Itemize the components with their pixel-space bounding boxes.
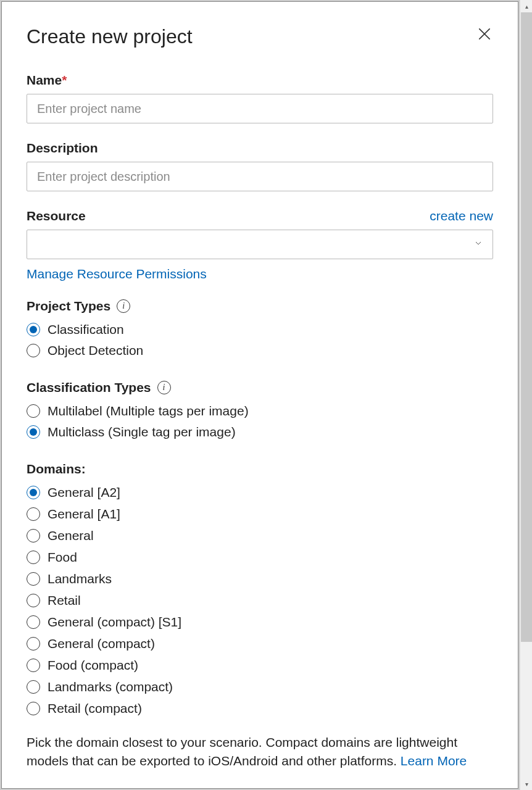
domains-title: Domains: [27,462,86,476]
domain-option-label: General [A1] [48,507,120,522]
domain-option-label: General [48,528,94,543]
classification-types-title: Classification Types [27,380,151,395]
domain-option[interactable]: Retail [27,593,493,608]
classification-type-option-label: Multiclass (Single tag per image) [48,425,236,439]
name-input[interactable] [27,94,493,123]
radio-icon [27,507,40,521]
project-type-option[interactable]: Classification [27,322,493,337]
domain-option[interactable]: General [A2] [27,485,493,500]
radio-icon [27,659,40,672]
domain-option[interactable]: Retail (compact) [27,701,493,716]
domain-option[interactable]: General (compact) [27,636,493,651]
required-star: * [62,73,67,87]
radio-icon [27,323,40,336]
domain-option-label: General [A2] [48,485,120,500]
scrollbar-thumb[interactable] [521,12,532,642]
project-type-option-label: Classification [48,322,124,337]
resource-field-group: Resource create new Manage Resource Perm… [27,209,493,281]
modal-header: Create new project [27,25,493,48]
radio-icon [27,404,40,418]
project-types-header: Project Types i [27,299,493,314]
scrollbar-track[interactable]: ▴ ▾ [520,0,532,790]
domain-option[interactable]: Landmarks [27,572,493,586]
name-label: Name* [27,73,493,88]
description-field-group: Description [27,141,493,191]
domain-option[interactable]: General [A1] [27,507,493,522]
domains-helper-text-body: Pick the domain closest to your scenario… [27,735,457,768]
learn-more-link[interactable]: Learn More [401,754,467,768]
info-icon[interactable]: i [117,299,130,313]
domain-option-label: Food [48,550,77,565]
domains-helper-text: Pick the domain closest to your scenario… [27,733,493,771]
project-type-option[interactable]: Object Detection [27,343,493,358]
name-label-text: Name [27,73,62,87]
close-icon [476,26,493,42]
create-new-resource-link[interactable]: create new [430,209,493,223]
radio-icon [27,486,40,499]
project-types-title: Project Types [27,299,110,314]
radio-icon [27,344,40,357]
resource-select-wrapper [27,230,493,259]
domain-option-label: General (compact) [48,636,155,651]
radio-icon [27,572,40,586]
domain-option[interactable]: Food (compact) [27,658,493,673]
radio-icon [27,637,40,651]
scrollbar-up-arrow-icon[interactable]: ▴ [520,0,532,12]
domains-radio-group: General [A2]General [A1]GeneralFoodLandm… [27,485,493,716]
resource-label: Resource [27,209,86,223]
resource-select[interactable] [27,230,493,259]
classification-type-option-label: Multilabel (Multiple tags per image) [48,404,249,418]
radio-icon [27,615,40,629]
domains-header: Domains: [27,462,493,476]
info-icon[interactable]: i [157,381,171,394]
manage-resource-permissions-link[interactable]: Manage Resource Permissions [27,267,207,281]
classification-types-header: Classification Types i [27,380,493,395]
project-type-option-label: Object Detection [48,343,143,358]
project-types-radio-group: ClassificationObject Detection [27,322,493,358]
description-label: Description [27,141,493,156]
domain-option-label: Food (compact) [48,658,138,673]
scrollbar-down-arrow-icon[interactable]: ▾ [520,778,532,790]
classification-type-option[interactable]: Multiclass (Single tag per image) [27,425,493,439]
radio-icon [27,680,40,694]
modal-title: Create new project [27,25,193,48]
domains-section: Domains: General [A2]General [A1]General… [27,462,493,771]
radio-icon [27,594,40,607]
radio-icon [27,425,40,439]
radio-icon [27,702,40,715]
description-input[interactable] [27,162,493,191]
domain-option-label: Retail [48,593,81,608]
domain-option-label: General (compact) [S1] [48,615,181,630]
classification-types-section: Classification Types i Multilabel (Multi… [27,380,493,439]
domain-option[interactable]: Landmarks (compact) [27,680,493,694]
classification-types-radio-group: Multilabel (Multiple tags per image)Mult… [27,404,493,439]
project-types-section: Project Types i ClassificationObject Det… [27,299,493,358]
domain-option[interactable]: General [27,528,493,543]
radio-icon [27,529,40,543]
domain-option[interactable]: General (compact) [S1] [27,615,493,630]
domain-option-label: Landmarks (compact) [48,680,173,694]
domain-option-label: Landmarks [48,572,112,586]
domain-option-label: Retail (compact) [48,701,142,716]
name-field-group: Name* [27,73,493,123]
classification-type-option[interactable]: Multilabel (Multiple tags per image) [27,404,493,418]
create-project-modal: Create new project Name* Description Res… [1,1,518,789]
resource-label-row: Resource create new [27,209,493,223]
domain-option[interactable]: Food [27,550,493,565]
close-button[interactable] [476,25,493,43]
radio-icon [27,551,40,564]
